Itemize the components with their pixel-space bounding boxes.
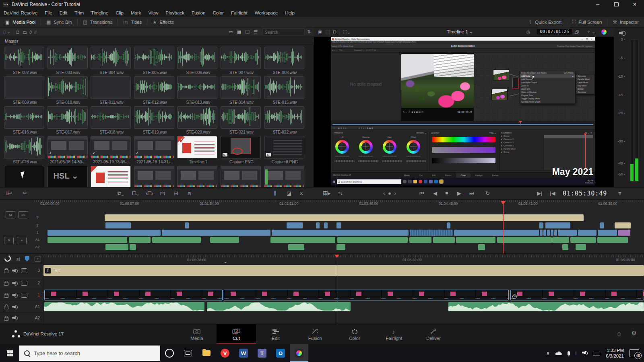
lock-icon[interactable]	[4, 306, 8, 309]
cortana-icon[interactable]	[160, 344, 179, 362]
taskbar-search-box[interactable]: Type here to search	[19, 346, 160, 361]
timeline-clip[interactable]	[287, 222, 303, 228]
lift-color-wheel[interactable]	[335, 140, 349, 154]
context-menu-item-add-node[interactable]: Add Node▸	[520, 74, 575, 78]
timeline-clip[interactable]	[47, 237, 127, 243]
position-lock-icon[interactable]	[25, 256, 29, 261]
timeline-clip[interactable]	[105, 214, 584, 221]
timeline-clip[interactable]	[552, 237, 569, 243]
timeline-clip[interactable]	[272, 230, 409, 236]
mute-icon[interactable]	[12, 315, 17, 320]
context-menu-item-reset-all-grades-and-nodes[interactable]: Reset All Grades and NodesCtrl+Home	[520, 71, 575, 74]
lock-icon[interactable]	[4, 269, 8, 273]
sort-icon[interactable]: ⇅	[307, 29, 311, 35]
project-home-icon[interactable]: ⌂	[617, 330, 621, 337]
timeline-selector[interactable]: Timeline 1 ⌄	[447, 29, 473, 35]
menu-edit[interactable]: Edit	[56, 10, 71, 15]
menu-file[interactable]: File	[41, 10, 56, 15]
effects-button[interactable]: ★Effects	[147, 17, 179, 27]
timeline-clip[interactable]	[185, 222, 189, 228]
media-clip-ste-012-wav[interactable]: STE-012.wav	[134, 76, 176, 105]
media-clip-partial-shot[interactable]	[221, 166, 262, 187]
bin-view-icon[interactable]: ▯ ⌄	[3, 29, 10, 35]
lower-track-header-3[interactable]: 3	[0, 264, 43, 277]
source-mode-icon[interactable]: ▣	[318, 29, 322, 35]
lower-playhead[interactable]	[337, 257, 337, 323]
timeline-clip[interactable]	[600, 222, 604, 228]
timeline-clip[interactable]	[578, 230, 597, 236]
timeline-clip[interactable]	[410, 230, 453, 236]
wheel-slider[interactable]	[382, 160, 402, 162]
settings-gear-icon[interactable]: ⚙	[632, 330, 637, 337]
timeline-clip[interactable]	[615, 222, 631, 228]
timeline-clip[interactable]	[551, 230, 553, 236]
mute-icon[interactable]	[12, 304, 17, 309]
play-around-icon[interactable]: ▶|	[537, 190, 542, 196]
context-menu-item-zoom-out[interactable]: Zoom Out	[520, 87, 575, 90]
page-tab-cut[interactable]: Cut	[217, 324, 256, 345]
title-text-clip[interactable]: TText	[43, 265, 644, 276]
timeline-clip[interactable]	[558, 230, 577, 236]
timeline-options-icon[interactable]: ≡	[618, 190, 621, 196]
tools-icon[interactable]: ⇋	[338, 190, 343, 196]
tray-chevron-icon[interactable]: ∧	[546, 350, 550, 356]
media-clip-ste-007-wav[interactable]: STE-007.wav	[221, 47, 262, 75]
media-clip-capture8-png[interactable]: Capture8.PNG	[264, 136, 306, 164]
upper-playhead-marker[interactable]	[501, 201, 506, 205]
timeline-clip[interactable]	[288, 244, 304, 250]
video-clip[interactable]	[44, 290, 223, 300]
lower-track-header-a1[interactable]: A1	[0, 301, 43, 313]
menu-playback[interactable]: Playback	[162, 10, 188, 15]
page-tab-color[interactable]: Color	[335, 324, 374, 345]
menu-trim[interactable]: Trim	[71, 10, 88, 15]
wifi-icon[interactable]: ⧙	[576, 350, 577, 356]
lower-ruler[interactable]: 01:05:28:0001:05:32:0001:05:36:00⌄	[43, 255, 644, 263]
media-clip-timeline-1[interactable]: ✓Timeline 1	[177, 136, 219, 164]
media-clip-ste-002-wav[interactable]: STE-002.wav	[4, 47, 46, 75]
media-clip-2021-05-19-13-09[interactable]: ♪2021-05-19 13-09-...	[91, 136, 132, 164]
timeline-clip[interactable]	[540, 230, 543, 236]
context-menu-item-toggle-display-mode[interactable]: Toggle Display Mode	[520, 97, 575, 100]
media-clip-ste-017-wav[interactable]: STE-017.wav	[47, 106, 89, 134]
timeline-clip[interactable]	[598, 230, 617, 236]
media-clip-ste-010-wav[interactable]: STE-010.wav	[47, 76, 89, 105]
page-tab-edit[interactable]: Edit	[256, 324, 295, 345]
media-clip-ste-020-wav[interactable]: STE-020.wav	[177, 106, 219, 134]
media-clip-ste-008-wav[interactable]: STE-008.wav	[264, 47, 306, 75]
media-clip-2021-05-18-14-50[interactable]: ♪2021-05-18 14-50-...	[47, 136, 89, 164]
notification-center-icon[interactable]: 45	[630, 349, 639, 357]
audio-clip[interactable]	[207, 302, 351, 311]
context-menu-item-cleanup-node-graph[interactable]: Cleanup Node Graph	[520, 100, 575, 103]
outlook-icon[interactable]: O	[271, 344, 290, 362]
menu-mark[interactable]: Mark	[127, 10, 145, 15]
video-enable-icon[interactable]	[21, 268, 27, 273]
lock-icon[interactable]	[4, 317, 8, 321]
wheel-slider[interactable]	[358, 160, 378, 162]
recorded-tab-cut[interactable]: Cut	[415, 173, 427, 178]
lower-track-header-a2[interactable]: A2	[0, 313, 43, 323]
timeline-clip[interactable]	[270, 237, 335, 243]
media-clip-ste-006-wav[interactable]: STE-006.wav	[177, 47, 219, 75]
sync-window-icon[interactable]: 🖽▸	[323, 190, 331, 196]
media-clip-partial-slide2[interactable]	[91, 166, 132, 187]
lock-icon[interactable]	[4, 282, 8, 286]
stop-icon[interactable]: ■	[445, 190, 448, 196]
menu-fusion[interactable]: Fusion	[188, 10, 209, 15]
speaker-icon[interactable]	[619, 30, 625, 36]
recorded-tab-media[interactable]: Media	[399, 173, 415, 178]
page-tab-deliver[interactable]: Deliver	[414, 324, 453, 345]
media-clip-partial-pointer[interactable]	[4, 166, 46, 187]
media-clip-ste-023-wav[interactable]: STE-023.wav	[4, 136, 46, 164]
smooth-cut-icon[interactable]: ⧖	[299, 190, 303, 197]
video-enable-icon[interactable]	[21, 293, 27, 298]
timeline-clip[interactable]	[324, 222, 328, 228]
timeline-clip[interactable]	[456, 237, 495, 243]
timeline-clip[interactable]	[433, 237, 455, 243]
timeline-clip[interactable]	[543, 230, 546, 236]
timeline-clip[interactable]	[562, 244, 568, 250]
timeline-zoom-icon[interactable]: ⊪ᶻ	[6, 190, 12, 196]
import-media-icon[interactable]: 🗋	[16, 30, 20, 35]
timeline-clip[interactable]	[597, 237, 628, 243]
timeline-clip[interactable]	[576, 244, 586, 250]
submenu-item-layer-mixer[interactable]: Layer Mixer	[576, 81, 594, 84]
